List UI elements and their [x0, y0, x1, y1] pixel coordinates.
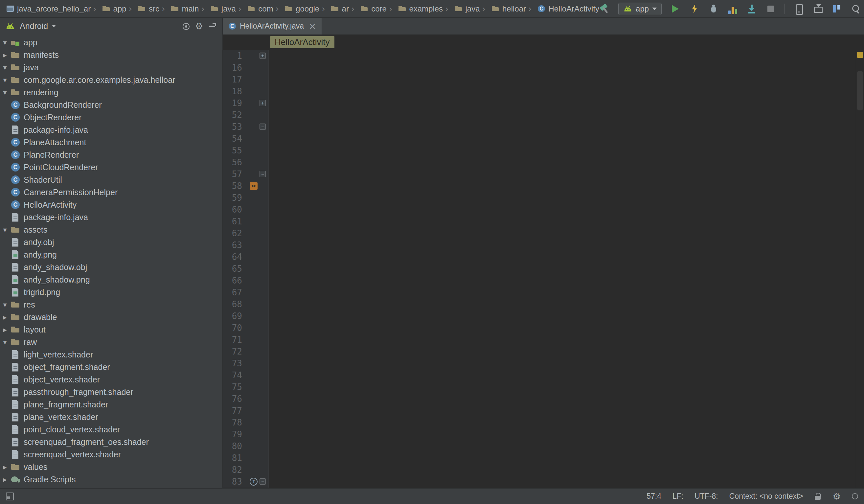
tree-row[interactable]: andy.png — [0, 248, 223, 261]
gutter-marker-icon[interactable] — [250, 170, 257, 178]
gutter-marker-icon[interactable] — [250, 158, 257, 166]
close-icon[interactable]: × — [309, 22, 316, 31]
stop-button[interactable] — [766, 4, 776, 14]
fold-marker-icon[interactable] — [260, 52, 266, 59]
fold-marker-icon[interactable] — [260, 301, 266, 307]
breadcrumb-item[interactable]: src — [127, 4, 159, 14]
expand-arrow-icon[interactable] — [0, 38, 10, 47]
code-line[interactable]: 61 — [223, 216, 856, 227]
code-line[interactable]: 54 — [223, 133, 856, 145]
gutter-marker-icon[interactable] — [250, 217, 257, 225]
fold-marker-icon[interactable] — [260, 135, 266, 142]
run-configuration-selector[interactable]: app — [618, 3, 662, 15]
fold-marker-icon[interactable] — [260, 100, 266, 106]
tree-row[interactable]: CameraPermissionHelper — [0, 186, 223, 199]
code-line[interactable]: 18 — [223, 85, 856, 97]
fold-marker-icon[interactable] — [260, 431, 266, 437]
gutter-marker-icon[interactable] — [250, 123, 257, 131]
fold-marker-icon[interactable] — [260, 206, 266, 213]
fold-marker-icon[interactable] — [260, 289, 266, 295]
tree-row[interactable]: manifests — [0, 49, 223, 61]
fold-marker-icon[interactable] — [260, 443, 266, 449]
context-indicator[interactable]: Context: <no context> — [729, 492, 803, 501]
gutter-marker-icon[interactable] — [250, 75, 257, 83]
tree-row[interactable]: ShaderUtil — [0, 173, 223, 186]
build-hammer-icon[interactable] — [599, 4, 610, 14]
code-line[interactable]: 75 — [223, 381, 856, 393]
fold-marker-icon[interactable] — [260, 183, 266, 189]
code-line[interactable]: 82 — [223, 464, 856, 476]
gutter-marker-icon[interactable] — [250, 430, 257, 438]
tree-row[interactable]: PointCloudRenderer — [0, 161, 223, 173]
code-line[interactable]: 1 — [223, 50, 856, 62]
editor-tab[interactable]: HelloArActivity.java × — [223, 18, 322, 35]
expand-arrow-icon[interactable] — [0, 226, 10, 234]
code-line[interactable]: 83 — [223, 476, 856, 488]
tree-row[interactable]: layout — [0, 323, 223, 336]
settings-gear-icon[interactable]: ⚙ — [194, 21, 204, 31]
chevron-down-icon[interactable] — [52, 25, 56, 27]
gutter-marker-icon[interactable] — [250, 135, 257, 143]
fold-marker-icon[interactable] — [260, 336, 266, 343]
tree-row[interactable]: app — [0, 36, 223, 49]
code-line[interactable]: 57 — [223, 168, 856, 180]
gutter-marker-icon[interactable] — [250, 111, 257, 119]
gutter-marker-icon[interactable] — [250, 146, 257, 154]
fold-marker-icon[interactable] — [260, 396, 266, 402]
breadcrumb-item[interactable]: com — [236, 4, 273, 14]
gutter-marker-icon[interactable] — [250, 241, 257, 249]
expand-arrow-icon[interactable] — [0, 463, 10, 471]
avd-manager-icon[interactable] — [793, 4, 804, 14]
line-ending-indicator[interactable]: LF: — [672, 492, 683, 501]
code-line[interactable]: 19 — [223, 97, 856, 109]
tree-row[interactable]: trigrid.png — [0, 286, 223, 298]
gutter-marker-icon[interactable] — [250, 371, 257, 379]
fold-marker-icon[interactable] — [260, 76, 266, 83]
tree-row[interactable]: screenquad_vertex.shader — [0, 448, 223, 461]
fold-marker-icon[interactable] — [260, 64, 266, 71]
gutter-marker-icon[interactable] — [250, 182, 257, 190]
breadcrumb-item[interactable]: HelloArActivity — [526, 4, 599, 14]
expand-arrow-icon[interactable] — [0, 76, 10, 84]
tree-row[interactable]: object_vertex.shader — [0, 373, 223, 386]
gutter-marker-icon[interactable] — [250, 52, 257, 60]
tree-row[interactable]: Gradle Scripts — [0, 473, 223, 485]
gutter-marker-icon[interactable] — [250, 265, 257, 273]
tree-row[interactable]: raw — [0, 336, 223, 348]
tree-row[interactable]: object_fragment.shader — [0, 361, 223, 373]
tree-row[interactable]: java — [0, 61, 223, 74]
code-line[interactable]: 68 — [223, 298, 856, 310]
gutter-marker-icon[interactable] — [250, 407, 257, 415]
gutter-marker-icon[interactable] — [250, 206, 257, 214]
fold-marker-icon[interactable] — [260, 277, 266, 284]
tree-row[interactable]: drawable — [0, 311, 223, 323]
tree-row[interactable]: andy_shadow.obj — [0, 261, 223, 273]
toolwindow-toggle-icon[interactable] — [6, 492, 14, 500]
code-line[interactable]: 55 — [223, 145, 856, 156]
expand-arrow-icon[interactable] — [0, 51, 10, 59]
tree-row[interactable]: andy.obj — [0, 236, 223, 248]
project-view-selector[interactable]: Android — [20, 21, 48, 31]
status-circle-icon[interactable] — [852, 493, 858, 500]
gutter-marker-icon[interactable] — [250, 359, 257, 367]
tree-row[interactable]: HelloArActivity — [0, 199, 223, 211]
breadcrumb-item[interactable]: examples — [387, 4, 443, 14]
code-line[interactable]: 69 — [223, 310, 856, 322]
breadcrumb-item[interactable]: app — [91, 4, 126, 14]
gutter-marker-icon[interactable] — [250, 324, 257, 332]
gutter-marker-icon[interactable] — [250, 395, 257, 403]
tree-row[interactable]: PlaneAttachment — [0, 136, 223, 148]
tree-row[interactable]: BackgroundRenderer — [0, 98, 223, 111]
fold-marker-icon[interactable] — [260, 467, 266, 473]
inspections-gear-icon[interactable]: ⚙ — [833, 492, 841, 501]
tree-row[interactable]: PlaneRenderer — [0, 148, 223, 161]
code-line[interactable]: 63 — [223, 239, 856, 251]
tree-row[interactable]: values — [0, 461, 223, 473]
fold-marker-icon[interactable] — [260, 265, 266, 272]
breadcrumb-item[interactable]: java — [443, 4, 480, 14]
hide-panel-icon[interactable] — [207, 21, 217, 31]
code-line[interactable]: 76 — [223, 393, 856, 405]
breadcrumb-item[interactable]: java — [199, 4, 236, 14]
gutter-marker-icon[interactable] — [250, 229, 257, 237]
tree-row[interactable]: point_cloud_vertex.shader — [0, 423, 223, 436]
